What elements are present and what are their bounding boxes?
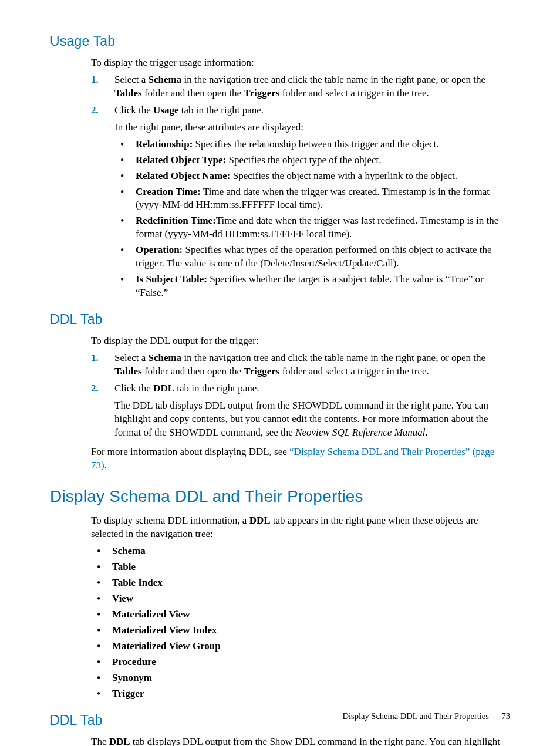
list-item: Table (91, 561, 510, 574)
step-text: Click the DDL tab in the right pane. (114, 382, 510, 396)
bold-usage: Usage (153, 104, 178, 116)
list-item: Redefinition Time:Time and date when the… (114, 214, 510, 241)
text: Click the (114, 104, 153, 116)
step-text: Select a Schema in the navigation tree a… (114, 73, 510, 100)
bold-triggers: Triggers (244, 87, 279, 99)
obj-table: Table (112, 561, 136, 572)
bold-tables: Tables (114, 366, 142, 377)
list-item: Materialized View Index (91, 624, 510, 637)
bold-ddl: DDL (153, 383, 174, 394)
obj-materialized-view: Materialized View (112, 609, 190, 620)
obj-procedure: Procedure (112, 656, 156, 667)
heading-usage-tab: Usage Tab (50, 32, 510, 50)
attr-desc: Specifies the object type of the object. (226, 154, 381, 166)
attr-label: Relationship: (136, 139, 193, 150)
heading-ddl-tab-1: DDL Tab (50, 310, 510, 329)
text: tab in the right pane. (174, 383, 259, 394)
ddl2-text: The DDL tab displays DDL output from the… (91, 735, 510, 746)
step-number: 2. (91, 104, 99, 117)
step-subtext: The DDL tab displays DDL output from the… (114, 399, 510, 440)
bold-schema: Schema (149, 352, 182, 363)
usage-attributes-list: Relationship: Specifies the relationship… (114, 138, 510, 300)
list-item: Is Subject Table: Specifies whether the … (114, 273, 510, 300)
text: To display schema DDL information, a (91, 515, 249, 526)
usage-tab-body: To display the trigger usage information… (91, 56, 510, 300)
obj-view: View (112, 593, 133, 604)
text: folder and then open the (142, 87, 244, 99)
page-footer: Display Schema DDL and Their Properties … (343, 711, 510, 723)
obj-schema: Schema (112, 545, 146, 556)
list-item: Relationship: Specifies the relationship… (114, 138, 510, 151)
obj-materialized-view-index: Materialized View Index (112, 625, 217, 636)
bold-triggers: Triggers (244, 366, 279, 377)
footer-title: Display Schema DDL and Their Properties (343, 711, 489, 721)
display-schema-ddl-body: To display schema DDL information, a DDL… (91, 514, 510, 700)
list-item: Materialized View Group (91, 640, 510, 653)
attr-desc: Specifies what types of the operation pe… (136, 244, 492, 269)
obj-table-index: Table Index (112, 577, 163, 588)
text: folder and then open the (142, 366, 244, 377)
list-item: Synonym (91, 671, 510, 685)
step-text: Select a Schema in the navigation tree a… (114, 352, 510, 379)
step-number: 1. (91, 352, 99, 365)
text: in the navigation tree and click the tab… (181, 352, 485, 363)
attr-label: Related Object Name: (136, 170, 230, 181)
page-content: Usage Tab To display the trigger usage i… (0, 0, 560, 746)
text: in the navigation tree and click the tab… (181, 74, 485, 85)
step-number: 1. (91, 73, 99, 87)
list-item: Materialized View (91, 608, 510, 622)
usage-step-2: 2. Click the Usage tab in the right pane… (91, 104, 510, 300)
ddl1-more-info: For more information about displaying DD… (91, 445, 510, 472)
display-schema-intro: To display schema DDL information, a DDL… (91, 514, 510, 541)
attr-label: Is Subject Table: (136, 274, 207, 285)
attr-desc: Specifies the relationship between this … (193, 139, 438, 150)
ddl1-intro: To display the DDL output for the trigge… (91, 335, 510, 348)
obj-trigger: Trigger (112, 688, 144, 699)
list-item: Procedure (91, 656, 510, 669)
list-item: Related Object Name: Specifies the objec… (114, 170, 510, 183)
ddl-tab-2-body: The DDL tab displays DDL output from the… (91, 735, 510, 746)
object-list: Schema Table Table Index View Materializ… (91, 545, 510, 700)
list-item: Schema (91, 545, 510, 558)
text: . (104, 460, 107, 471)
list-item: Related Object Type: Specifies the objec… (114, 154, 510, 167)
list-item: Trigger (91, 687, 510, 701)
bold-tables: Tables (114, 87, 142, 99)
attr-desc: Specifies the object name with a hyperli… (230, 170, 457, 181)
attr-label: Operation: (136, 244, 183, 255)
italic-ref-manual: Neoview SQL Reference Manual (295, 427, 425, 438)
usage-step-1: 1. Select a Schema in the navigation tre… (91, 73, 510, 100)
text: . (426, 427, 428, 438)
attr-label: Creation Time: (136, 186, 201, 197)
ddl1-step-2: 2. Click the DDL tab in the right pane. … (91, 382, 510, 440)
obj-materialized-view-group: Materialized View Group (112, 640, 221, 652)
ddl1-step-1: 1. Select a Schema in the navigation tre… (91, 352, 510, 379)
usage-steps: 1. Select a Schema in the navigation tre… (91, 73, 510, 300)
step-number: 2. (91, 382, 99, 396)
bold-ddl: DDL (109, 736, 130, 746)
text: folder and select a trigger in the tree. (279, 87, 429, 99)
text: Click the (114, 383, 153, 394)
step-text: Click the Usage tab in the right pane. (114, 104, 510, 117)
text: The (91, 736, 109, 746)
obj-synonym: Synonym (112, 672, 152, 683)
usage-intro: To display the trigger usage information… (91, 56, 510, 70)
step-subtext: In the right pane, these attributes are … (114, 121, 510, 134)
heading-display-schema-ddl: Display Schema DDL and Their Properties (50, 485, 510, 508)
text: tab in the right pane. (179, 104, 264, 116)
text: Select a (114, 352, 149, 363)
text: For more information about displaying DD… (91, 446, 289, 457)
ddl-tab-1-body: To display the DDL output for the trigge… (91, 335, 510, 472)
bold-ddl: DDL (249, 515, 271, 526)
footer-page-number: 73 (502, 711, 511, 721)
text: Select a (114, 74, 149, 85)
list-item: Table Index (91, 576, 510, 590)
bold-schema: Schema (149, 74, 182, 85)
attr-label: Redefinition Time: (136, 215, 216, 226)
text: folder and select a trigger in the tree. (279, 366, 429, 377)
list-item: Creation Time: Time and date when the tr… (114, 185, 510, 212)
attr-label: Related Object Type: (136, 154, 226, 166)
ddl1-steps: 1. Select a Schema in the navigation tre… (91, 352, 510, 440)
list-item: View (91, 592, 510, 606)
list-item: Operation: Specifies what types of the o… (114, 244, 510, 271)
